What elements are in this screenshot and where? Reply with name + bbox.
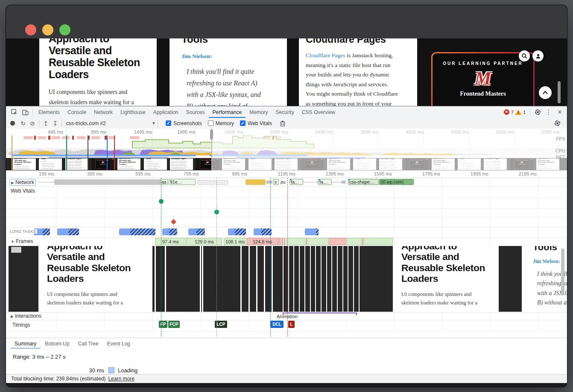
network-request-bar[interactable] — [266, 181, 272, 184]
tab-lighthouse[interactable]: Lighthouse — [117, 107, 149, 118]
scroll-to-top-button[interactable] — [539, 86, 552, 99]
checkbox-web-vitals[interactable]: ✓Web Vitals — [240, 120, 272, 126]
network-request-bar[interactable] — [197, 180, 215, 185]
network-request-bar[interactable] — [54, 179, 160, 185]
filmstrip-track[interactable]: Approach toVersatile andReusable Skeleto… — [6, 246, 567, 313]
long-tasks-lane[interactable]: LONG TASKS — [6, 227, 567, 238]
frame-duration-chip[interactable] — [278, 238, 281, 245]
filmstrip-tile[interactable]: ToolsJim Nielsen:I think you'll find it … — [39, 158, 62, 170]
details-scrollbar-thumb[interactable] — [561, 249, 564, 295]
issues-badges[interactable]: ✕ 7 1 — [501, 109, 528, 115]
timeline-details[interactable]: 195 ms395 ms595 ms795 ms995 ms1195 ms139… — [6, 170, 567, 331]
minimize-window-button[interactable] — [42, 24, 53, 35]
cloudflare-pages-link[interactable]: Cloudflare Pages — [306, 52, 345, 59]
devtools-close-button[interactable]: ✕ — [554, 107, 565, 118]
device-toolbar-button[interactable] — [20, 107, 31, 118]
frame-duration-chip[interactable] — [307, 238, 328, 245]
details-tab-call-tree[interactable]: Call Tree — [74, 339, 103, 349]
close-window-button[interactable] — [25, 24, 36, 35]
frame-duration-chip[interactable] — [347, 238, 362, 245]
tab-performance[interactable]: Performance — [209, 107, 246, 118]
timings-track[interactable]: Timings FPFCPLCPDCLL — [6, 320, 567, 332]
frame-duration-chip[interactable] — [284, 238, 285, 245]
garbage-collect-button[interactable] — [277, 118, 288, 129]
network-request-chip[interactable]: fa… — [289, 179, 303, 185]
frame-duration-chip[interactable]: 97.4 ms — [155, 238, 186, 245]
reload-and-record-button[interactable]: ↻ — [18, 120, 28, 127]
filmstrip-tile[interactable]: Approach toVersatile andReusable Skeleto… — [117, 158, 140, 170]
details-tab-event-log[interactable]: Event Log — [103, 339, 134, 349]
network-request-bar[interactable] — [246, 179, 266, 185]
partial-frame-chip[interactable] — [11, 247, 21, 253]
filmstrip-tile[interactable]: Cloudflare PagesCloudflare Pages is Jams… — [65, 158, 88, 170]
timing-badge-fp[interactable]: FP — [159, 321, 167, 328]
frame-duration-chip[interactable] — [306, 238, 307, 245]
page-account-button[interactable] — [532, 50, 544, 61]
learn-more-link[interactable]: Learn more — [108, 376, 134, 382]
network-request-chip[interactable]: 91e… — [169, 179, 196, 185]
article-byline-link[interactable]: Jim Nielsen: — [181, 53, 287, 60]
save-profile-button[interactable]: ↥ — [41, 120, 50, 127]
long-task-bar[interactable] — [254, 228, 272, 235]
page-search-button[interactable] — [519, 50, 530, 61]
frame-duration-chip[interactable] — [364, 238, 393, 245]
page-scrollbar-thumb[interactable] — [558, 81, 561, 103]
filmstrip-tile[interactable]: Approach toVersatile andReusable Skeleto… — [13, 158, 36, 170]
tab-console[interactable]: Console — [64, 107, 90, 118]
network-request-chip[interactable]: fa… — [318, 179, 332, 185]
details-tab-bottom-up[interactable]: Bottom-Up — [41, 339, 73, 349]
long-task-bar[interactable] — [228, 228, 246, 235]
timing-badge-dcl[interactable]: DCL — [270, 321, 284, 328]
tab-memory[interactable]: Memory — [246, 107, 272, 118]
long-task-bar[interactable] — [119, 228, 155, 235]
frames-track[interactable]: ▼Frames 97.4 ms129.0 ms108.1 ms124.8 ms — [6, 237, 567, 246]
learning-partner-card[interactable]: OUR LEARNING PARTNER M Frontend Masters — [431, 52, 535, 106]
checkbox-memory[interactable]: Memory — [208, 120, 234, 126]
capture-settings-button[interactable] — [552, 118, 563, 129]
web-vitals-track[interactable]: Web Vitals — [6, 186, 567, 198]
timing-badge-l[interactable]: L — [288, 321, 295, 328]
frame-duration-chip[interactable] — [286, 238, 306, 245]
interactions-track-label[interactable]: ▶Interactions — [9, 313, 43, 319]
tab-network[interactable]: Network — [90, 107, 117, 118]
long-task-bar[interactable] — [57, 228, 79, 235]
timing-badge-fcp[interactable]: FCP — [168, 321, 180, 328]
devtools-settings-button[interactable] — [532, 107, 543, 118]
network-request-bar[interactable] — [216, 180, 228, 185]
network-request-chip[interactable]: (i0.wp.com) — [379, 179, 414, 185]
filmstrip-frame[interactable]: ToolsJim Nielsen:I think you'll find it … — [522, 246, 567, 312]
network-track[interactable]: ▶Network aa91e…spufa…fa…css-shape…(i0.wp… — [6, 178, 567, 187]
tab-sources[interactable]: Sources — [182, 107, 209, 118]
record-button[interactable] — [10, 121, 15, 126]
tab-css-overview[interactable]: CSS Overview — [298, 107, 339, 118]
overview-window-handle[interactable] — [210, 129, 213, 140]
maximize-window-button[interactable] — [59, 24, 70, 35]
tab-application[interactable]: Application — [149, 107, 182, 118]
frame-duration-chip[interactable] — [362, 238, 363, 245]
network-request-bar[interactable] — [342, 181, 345, 184]
load-profile-button[interactable]: ↧ — [50, 120, 60, 127]
long-task-bar[interactable] — [162, 228, 177, 235]
inspect-element-button[interactable] — [9, 107, 20, 118]
frames-track-label[interactable]: ▼Frames — [9, 238, 35, 244]
long-task-bar[interactable] — [305, 228, 319, 235]
filmstrip-frame[interactable]: Approach toVersatile andReusable Skeleto… — [38, 246, 152, 312]
tab-elements[interactable]: Elements — [35, 107, 64, 118]
animation-bar[interactable] — [283, 313, 357, 313]
details-tab-summary[interactable]: Summary — [10, 339, 41, 349]
frame-duration-chip[interactable]: 124.8 ms — [247, 238, 278, 245]
profile-select[interactable]: css-tricks.com #2 ▼ — [66, 120, 156, 126]
devtools-menu-button[interactable]: ⋮ — [543, 107, 554, 118]
filmstrip-frame[interactable]: Approach toVersatile andReusable Skeleto… — [393, 246, 499, 312]
interactions-track[interactable]: ▶Interactions Animation — [6, 312, 567, 320]
clear-recording-button[interactable]: ⊘ — [28, 120, 37, 127]
timeline-overview[interactable]: 495 ms995 ms1495 ms1995 ms2495 ms2995 ms… — [6, 129, 567, 171]
tab-security[interactable]: Security — [272, 107, 298, 118]
network-request-chip[interactable]: s — [273, 179, 279, 185]
filmstrip-tile[interactable]: OUR LEARNING PARTNERMFrontend Masters — [91, 158, 114, 170]
network-request-chip[interactable]: css-shape… — [348, 179, 379, 185]
checkbox-screenshots[interactable]: ✓Screenshots — [166, 120, 202, 126]
filmstrip-tile[interactable]: Cloudflare PagesCloudflare Pages is Jams… — [170, 158, 193, 170]
filmstrip-tile[interactable]: ToolsJim Nielsen:I think you'll find it … — [144, 158, 167, 170]
window-titlebar[interactable] — [6, 5, 567, 38]
